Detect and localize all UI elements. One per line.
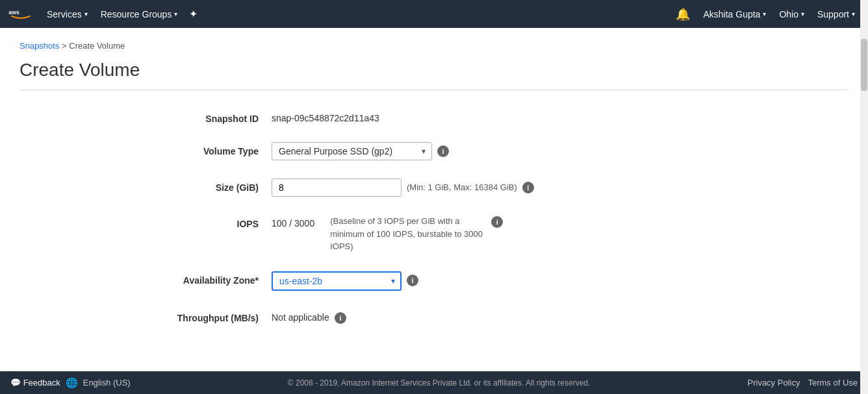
feedback-chat-icon: 💬 <box>10 378 21 388</box>
footer-copyright: © 2008 - 2019, Amazon Internet Services … <box>131 378 748 388</box>
az-value-container: us-east-2a us-east-2b us-east-2c ▾ i <box>272 271 726 291</box>
region-menu-button[interactable]: Ohio ▾ <box>774 6 810 22</box>
user-chevron-icon: ▾ <box>763 10 766 18</box>
throughput-value-container: Not applicable i <box>272 309 726 324</box>
snapshot-id-value-container: snap-09c548872c2d11a43 <box>272 110 726 123</box>
resource-groups-menu-button[interactable]: Resource Groups ▾ <box>96 6 183 22</box>
throughput-label: Throughput (MB/s) <box>142 309 272 323</box>
footer-right: Privacy Policy Terms of Use <box>748 378 858 388</box>
page-title: Create Volume <box>19 60 849 90</box>
breadcrumb-current: Create Volume <box>69 41 125 51</box>
language-label[interactable]: English (US) <box>83 378 131 388</box>
nav-right: 🔔 Akshita Gupta ▾ Ohio ▾ Support ▾ <box>670 5 860 24</box>
az-label: Availability Zone* <box>142 271 272 286</box>
az-select-wrapper: us-east-2a us-east-2b us-east-2c ▾ <box>272 271 402 291</box>
az-select[interactable]: us-east-2a us-east-2b us-east-2c <box>272 271 402 291</box>
region-label: Ohio <box>779 9 798 19</box>
create-volume-form: Snapshot ID snap-09c548872c2d11a43 Volum… <box>142 103 726 349</box>
services-label: Services <box>47 9 82 19</box>
volume-type-row: Volume Type General Purpose SSD (gp2) Pr… <box>142 142 726 160</box>
snapshot-id-row: Snapshot ID snap-09c548872c2d11a43 <box>142 110 726 124</box>
resource-groups-label: Resource Groups <box>101 9 172 19</box>
volume-type-value-container: General Purpose SSD (gp2) Provisioned IO… <box>272 142 726 160</box>
throughput-value: Not applicable <box>272 309 329 323</box>
notifications-bell-icon[interactable]: 🔔 <box>670 5 695 24</box>
support-menu-button[interactable]: Support ▾ <box>812 6 860 22</box>
breadcrumb: Snapshots > Create Volume <box>19 41 849 51</box>
iops-hint: (Baseline of 3 IOPS per GiB with a minim… <box>330 215 486 253</box>
volume-type-label: Volume Type <box>142 142 272 156</box>
services-chevron-icon: ▾ <box>84 10 88 18</box>
terms-of-use-link[interactable]: Terms of Use <box>808 378 858 388</box>
scrollbar-track[interactable] <box>860 0 868 394</box>
size-row: Size (GiB) (Min: 1 GiB, Max: 16384 GiB) … <box>142 179 726 197</box>
iops-value: 100 / 3000 <box>272 215 314 228</box>
region-chevron-icon: ▾ <box>801 10 804 18</box>
breadcrumb-snapshots-link[interactable]: Snapshots <box>19 41 59 51</box>
support-label: Support <box>817 9 849 19</box>
iops-info-icon[interactable]: i <box>491 216 503 228</box>
volume-type-info-icon[interactable]: i <box>437 145 449 157</box>
size-input[interactable] <box>272 179 402 197</box>
feedback-label: Feedback <box>23 378 60 388</box>
services-menu-button[interactable]: Services ▾ <box>42 6 93 22</box>
throughput-info-icon[interactable]: i <box>335 312 346 324</box>
az-info-icon[interactable]: i <box>407 275 418 286</box>
snapshot-id-label: Snapshot ID <box>142 110 272 124</box>
availability-zone-row: Availability Zone* us-east-2a us-east-2b… <box>142 271 726 291</box>
volume-type-select[interactable]: General Purpose SSD (gp2) Provisioned IO… <box>272 142 432 160</box>
iops-value-container: 100 / 3000 (Baseline of 3 IOPS per GiB w… <box>272 215 726 253</box>
breadcrumb-separator: > <box>62 41 69 51</box>
volume-type-select-wrapper: General Purpose SSD (gp2) Provisioned IO… <box>272 142 432 160</box>
privacy-policy-link[interactable]: Privacy Policy <box>748 378 800 388</box>
main-content: Snapshots > Create Volume Create Volume … <box>0 28 868 371</box>
snapshot-id-value: snap-09c548872c2d11a43 <box>272 110 379 123</box>
feedback-button[interactable]: 💬 Feedback <box>10 378 60 388</box>
throughput-row: Throughput (MB/s) Not applicable i <box>142 309 726 324</box>
svg-text:aws: aws <box>8 9 19 16</box>
globe-icon: 🌐 <box>66 377 78 389</box>
aws-logo[interactable]: aws <box>8 5 34 23</box>
size-value-container: (Min: 1 GiB, Max: 16384 GiB) i <box>272 179 726 197</box>
footer-left: 💬 Feedback 🌐 English (US) <box>10 377 131 389</box>
resource-groups-chevron-icon: ▾ <box>174 10 177 18</box>
footer: 💬 Feedback 🌐 English (US) © 2008 - 2019,… <box>0 371 868 394</box>
scrollbar-thumb[interactable] <box>861 39 867 91</box>
size-hint: (Min: 1 GiB, Max: 16384 GiB) <box>407 179 517 192</box>
user-name-label: Akshita Gupta <box>703 9 760 19</box>
top-nav: aws Services ▾ Resource Groups ▾ ✦ 🔔 Aks… <box>0 0 868 28</box>
pin-icon[interactable]: ✦ <box>185 5 201 23</box>
user-menu-button[interactable]: Akshita Gupta ▾ <box>698 6 771 22</box>
iops-label: IOPS <box>142 215 272 229</box>
size-label: Size (GiB) <box>142 179 272 193</box>
size-info-icon[interactable]: i <box>522 182 534 193</box>
support-chevron-icon: ▾ <box>852 10 855 18</box>
iops-row: IOPS 100 / 3000 (Baseline of 3 IOPS per … <box>142 215 726 253</box>
